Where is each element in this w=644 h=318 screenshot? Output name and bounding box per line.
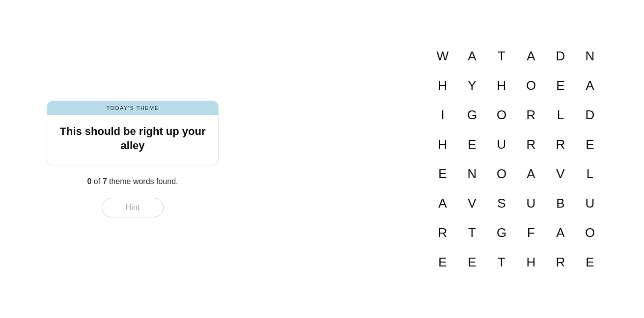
- theme-card: TODAY'S THEME This should be right up yo…: [47, 101, 219, 165]
- grid-cell[interactable]: O: [516, 71, 546, 100]
- grid-cell[interactable]: G: [457, 100, 487, 130]
- progress-text: 0 of 7 theme words found.: [87, 177, 178, 186]
- grid-cell[interactable]: R: [516, 100, 546, 130]
- grid-cell[interactable]: B: [546, 188, 575, 218]
- grid-cell[interactable]: R: [546, 130, 575, 159]
- grid-cell[interactable]: O: [575, 218, 605, 247]
- grid-cell[interactable]: A: [516, 159, 546, 188]
- theme-text: This should be right up your alley: [59, 125, 206, 153]
- grid-cell[interactable]: E: [575, 130, 605, 159]
- grid-cell[interactable]: U: [487, 130, 516, 159]
- grid-cell[interactable]: E: [457, 130, 487, 159]
- grid-cell[interactable]: V: [546, 159, 575, 188]
- grid-cell[interactable]: E: [428, 159, 457, 188]
- grid-cell[interactable]: E: [546, 71, 575, 100]
- grid-cell[interactable]: L: [575, 159, 605, 188]
- grid-cell[interactable]: L: [546, 100, 575, 130]
- theme-label: TODAY'S THEME: [47, 101, 218, 115]
- hint-button[interactable]: Hint: [102, 198, 164, 217]
- grid-cell[interactable]: R: [516, 130, 546, 159]
- grid-cell[interactable]: H: [428, 71, 457, 100]
- grid-cell[interactable]: D: [546, 41, 575, 71]
- grid-cell[interactable]: S: [487, 188, 516, 218]
- word-grid: WATADNHYHOEAIGORLDHEURREENOAVLAVSUBURTGF…: [428, 41, 605, 277]
- found-count: 0: [87, 177, 91, 186]
- grid-cell[interactable]: A: [546, 218, 575, 247]
- progress-of: of: [94, 177, 103, 186]
- grid-cell[interactable]: T: [487, 247, 516, 277]
- grid-cell[interactable]: N: [457, 159, 487, 188]
- grid-cell[interactable]: T: [457, 218, 487, 247]
- grid-cell[interactable]: A: [428, 188, 457, 218]
- grid-cell[interactable]: A: [575, 71, 605, 100]
- theme-card-body: This should be right up your alley: [47, 115, 218, 164]
- progress-suffix: theme words found.: [109, 177, 178, 186]
- grid-cell[interactable]: W: [428, 41, 457, 71]
- right-panel: WATADNHYHOEAIGORLDHEURREENOAVLAVSUBURTGF…: [428, 41, 605, 277]
- grid-cell[interactable]: H: [516, 247, 546, 277]
- grid-cell[interactable]: H: [428, 130, 457, 159]
- grid-cell[interactable]: E: [457, 247, 487, 277]
- grid-cell[interactable]: R: [546, 247, 575, 277]
- grid-cell[interactable]: U: [516, 188, 546, 218]
- grid-cell[interactable]: E: [428, 247, 457, 277]
- grid-cell[interactable]: E: [575, 247, 605, 277]
- grid-cell[interactable]: U: [575, 188, 605, 218]
- grid-cell[interactable]: I: [428, 100, 457, 130]
- grid-cell[interactable]: H: [487, 71, 516, 100]
- grid-cell[interactable]: Y: [457, 71, 487, 100]
- grid-cell[interactable]: T: [487, 41, 516, 71]
- grid-cell[interactable]: R: [428, 218, 457, 247]
- grid-cell[interactable]: G: [487, 218, 516, 247]
- grid-cell[interactable]: A: [516, 41, 546, 71]
- grid-cell[interactable]: N: [575, 41, 605, 71]
- grid-cell[interactable]: A: [457, 41, 487, 71]
- grid-cell[interactable]: O: [487, 159, 516, 188]
- grid-cell[interactable]: F: [516, 218, 546, 247]
- grid-cell[interactable]: V: [457, 188, 487, 218]
- total-count: 7: [103, 177, 107, 186]
- grid-cell[interactable]: D: [575, 100, 605, 130]
- grid-cell[interactable]: O: [487, 100, 516, 130]
- left-panel: TODAY'S THEME This should be right up yo…: [39, 101, 226, 217]
